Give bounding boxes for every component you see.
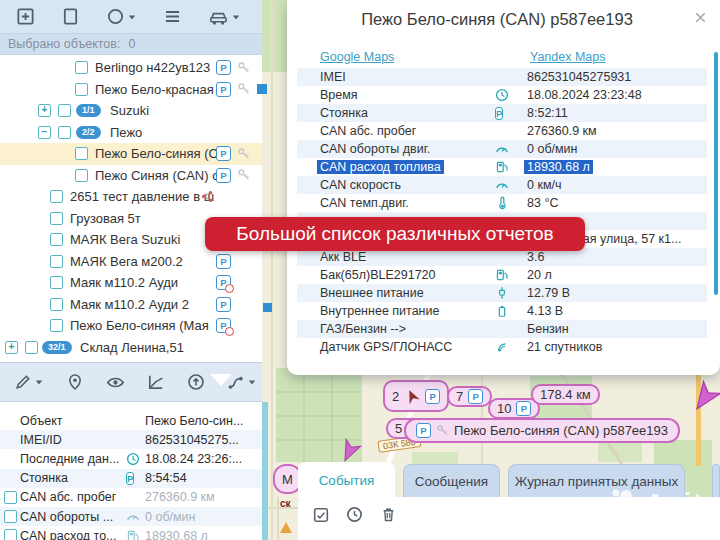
tab-events[interactable]: События [298, 462, 395, 498]
chart-button[interactable] [147, 373, 165, 391]
popup-row-parking[interactable]: Стоянка P 8:52:11 [297, 104, 707, 122]
item-checkbox[interactable] [75, 61, 88, 74]
row-label: CAN расход топлива [317, 160, 444, 174]
popup-row-gas-petrol[interactable]: ГАЗ/Бензин --> Бензин [297, 320, 707, 338]
tree-item-label: МАЯК Вега Suzuki [70, 232, 180, 247]
detail-row-parking[interactable]: Стоянка P 8:54:54 [0, 469, 262, 488]
tree-group-sklad-lenina[interactable]: + 32/1 Склад Ленина,51 [0, 337, 262, 359]
group-label: Suzuki [110, 103, 149, 118]
item-checkbox[interactable] [50, 233, 63, 246]
tree-item-berlingo[interactable]: Berlingo н422ув123 P [0, 57, 262, 79]
map-marker-7[interactable]: 7 P [447, 386, 492, 407]
sensor-checkbox[interactable] [4, 529, 17, 540]
export-button[interactable] [187, 373, 205, 391]
parking-error-icon[interactable]: P [216, 318, 231, 333]
map-distance-label[interactable]: 178.4 км [531, 384, 600, 405]
row-value: 12.79 В [527, 286, 570, 300]
detail-row-can-mileage[interactable]: CAN абс. пробег 276360.9 км [0, 488, 262, 507]
select-all-checkbox[interactable] [312, 506, 330, 524]
map-marker-2[interactable]: 2 P [383, 380, 449, 412]
popup-row-can-engine-temp[interactable]: CAN темп.двиг. 83 °C [297, 194, 707, 212]
tab-messages[interactable]: Сообщения [403, 464, 500, 497]
detail-row-imei[interactable]: IMEI/ID 862531045275... [0, 430, 262, 449]
avito-logo-icon [604, 487, 638, 521]
detail-row-last-data[interactable]: Последние дан... 18.08.24 23:26:... [0, 449, 262, 468]
tree-item-pezho-belo-sinyaya[interactable]: Пежо Бело-синяя (С P [0, 143, 262, 165]
group-count-badge: 1/1 [76, 104, 101, 117]
item-checkbox[interactable] [75, 169, 88, 182]
parking-icon[interactable]: P [216, 146, 231, 161]
parking-icon: P [416, 423, 431, 438]
fuel-icon [495, 160, 509, 174]
parking-icon[interactable]: P [216, 297, 231, 312]
detail-value: 0 об/мин [145, 510, 196, 524]
item-checkbox[interactable] [50, 255, 63, 268]
tree-item-mayak-vega-m200[interactable]: МАЯК Вега м200.2 P [0, 251, 262, 273]
tree-item-pezho-belo-krasnaya[interactable]: Пежо Бело-красная P [0, 79, 262, 101]
tree-group-suzuki[interactable]: + 1/1 Suzuki [0, 100, 262, 122]
popup-row-can-fuel-consumption[interactable]: CAN расход топлива 18930.68 л [297, 158, 707, 176]
tree-item-pezho-sinyaya[interactable]: Пежо Синяя (CAN) с P [0, 165, 262, 187]
tree-group-pezho[interactable]: − 2/2 Пежо [0, 122, 262, 144]
group-checkbox[interactable] [25, 341, 38, 354]
detail-row-object[interactable]: Объект Пежо Бело-син... [0, 411, 262, 430]
sidebar: Выбрано объектов: 0 Berlingo н422ув123 P… [0, 0, 262, 540]
trash-icon[interactable] [380, 506, 397, 523]
group-count-badge: 2/2 [76, 126, 101, 139]
item-checkbox[interactable] [50, 298, 63, 311]
popup-row-imei[interactable]: IMEI 862531045275931 [297, 68, 707, 86]
parking-icon[interactable]: P [216, 168, 231, 183]
gauge-icon [495, 178, 509, 192]
item-checkbox[interactable] [75, 147, 88, 160]
tree-item-2651-test[interactable]: 2651 тест давление в ш [0, 186, 262, 208]
google-maps-link[interactable]: Google Maps [320, 50, 394, 64]
group-checkbox[interactable] [58, 126, 71, 139]
locate-button[interactable] [66, 373, 84, 391]
collapse-icon[interactable]: − [38, 126, 51, 139]
expand-icon[interactable]: + [38, 104, 51, 117]
parking-icon[interactable]: P [216, 82, 231, 97]
time-filter-icon[interactable] [346, 506, 363, 523]
visibility-button[interactable] [106, 373, 125, 392]
popup-row-tank[interactable]: Бак(65л)BLE291720 20 л [297, 266, 707, 284]
item-checkbox[interactable] [75, 83, 88, 96]
detail-row-can-rpm[interactable]: CAN обороты ... 0 об/мин [0, 507, 262, 526]
details-scrollbar[interactable] [262, 402, 268, 540]
add-object-button[interactable] [16, 7, 35, 26]
expand-icon[interactable]: + [5, 341, 18, 354]
popup-row-can-mileage[interactable]: CAN абс. пробег 276360.9 км [297, 122, 707, 140]
detail-row-can-fuel[interactable]: CAN расход то... 18930.68 л [0, 526, 262, 540]
popup-row-gps-sensor[interactable]: Датчик GPS/ГЛОНАСС 21 спутников [297, 338, 707, 356]
sensor-checkbox[interactable] [4, 491, 17, 504]
map-vehicle-label[interactable]: P Пежо Бело-синяя (CAN) p587ee193 [404, 418, 680, 443]
tree-item-mayak-m110-audi[interactable]: Маяк м110.2 Ауди P [0, 272, 262, 294]
popup-scrollbar[interactable] [714, 52, 718, 295]
parking-icon[interactable]: P [216, 60, 231, 75]
gauge-icon [126, 510, 140, 524]
popup-row-can-speed[interactable]: CAN скорость 0 км/ч [297, 176, 707, 194]
tree-item-pezho-belo-sinyaya-mayak[interactable]: Пежо Бело-синяя (Мая P [0, 315, 262, 337]
item-checkbox[interactable] [50, 190, 63, 203]
edit-menu-button[interactable] [14, 373, 44, 391]
close-icon[interactable] [693, 10, 708, 25]
monitor-button[interactable] [61, 7, 80, 26]
detail-label: CAN обороты ... [20, 510, 113, 524]
parking-error-icon[interactable]: P [216, 275, 231, 290]
selected-objects-bar: Выбрано объектов: 0 [0, 34, 262, 55]
yandex-maps-link[interactable]: Yandex Maps [530, 50, 606, 64]
popup-row-internal-power[interactable]: Внутреннее питание 4.13 В [297, 302, 707, 320]
popup-row-external-power[interactable]: Внешнее питание 12.79 В [297, 284, 707, 302]
vehicles-menu-button[interactable] [208, 8, 241, 26]
popup-row-time[interactable]: Время 18.08.2024 23:23:48 [297, 86, 707, 104]
item-checkbox[interactable] [50, 212, 63, 225]
list-view-button[interactable] [163, 7, 182, 26]
parking-icon[interactable]: P [216, 254, 231, 269]
parking-icon: P [516, 401, 531, 416]
geofence-menu-button[interactable] [106, 7, 137, 26]
item-checkbox[interactable] [50, 276, 63, 289]
sensor-checkbox[interactable] [4, 510, 17, 523]
group-checkbox[interactable] [58, 104, 71, 117]
tree-item-mayak-m110-audi-2[interactable]: Маяк м110.2 Ауди 2 P [0, 294, 262, 316]
popup-row-can-rpm[interactable]: CAN обороты двиг. 0 об/мин [297, 140, 707, 158]
item-checkbox[interactable] [50, 319, 63, 332]
